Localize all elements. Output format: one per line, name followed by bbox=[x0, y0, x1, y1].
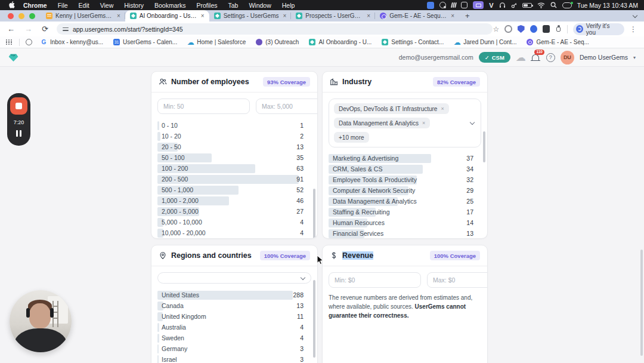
revenue-max-input[interactable] bbox=[427, 272, 488, 288]
list-item[interactable]: 50 - 10035 bbox=[157, 152, 311, 163]
list-item[interactable]: 20,000 - 50,0000 bbox=[157, 238, 311, 239]
list-item[interactable]: Marketing & Advertising37 bbox=[329, 153, 481, 164]
close-window-button[interactable] bbox=[8, 13, 14, 19]
site-settings-icon[interactable] bbox=[63, 27, 69, 32]
globe-bookmark-icon[interactable] bbox=[26, 39, 32, 45]
bookmark-item[interactable]: 31UserGems - Calen... bbox=[113, 39, 177, 45]
help-icon[interactable]: ? bbox=[546, 53, 555, 62]
account-chevron-icon[interactable]: ▾ bbox=[633, 55, 636, 60]
bookmark-item[interactable]: Gem-E - AE - Seq... bbox=[527, 39, 589, 45]
scrollbar-thumb[interactable] bbox=[313, 189, 315, 239]
menubar-clock[interactable]: Tue May 13 10:43 AM bbox=[577, 2, 638, 9]
list-item[interactable]: 100 - 20063 bbox=[157, 163, 311, 174]
forward-button[interactable]: → bbox=[20, 24, 37, 33]
voice-status-icon[interactable] bbox=[439, 2, 446, 8]
list-item[interactable]: Sweden4 bbox=[157, 333, 311, 343]
list-item[interactable]: Staffing & Recruiting17 bbox=[329, 207, 481, 217]
app-status-icon[interactable] bbox=[427, 2, 434, 9]
list-item[interactable]: Computer & Network Security29 bbox=[329, 185, 481, 196]
url-text[interactable]: app.usergems.com/start/?settingId=345 bbox=[73, 26, 183, 33]
browser-tab[interactable]: AI Onboarding - UserGems× bbox=[125, 10, 209, 21]
industry-multiselect[interactable]: DevOps, DevTools & IT Infrastructure×Dat… bbox=[329, 99, 481, 147]
menubar-item[interactable]: History bbox=[119, 2, 149, 9]
list-item[interactable]: Canada13 bbox=[157, 300, 311, 311]
close-tab-icon[interactable]: × bbox=[201, 13, 205, 19]
bookmark-item[interactable]: (3) Outreach bbox=[256, 39, 299, 45]
headphones-status-icon[interactable] bbox=[499, 2, 506, 9]
webcam-bubble[interactable] bbox=[10, 290, 72, 352]
stop-recording-button[interactable] bbox=[10, 97, 27, 115]
list-item[interactable]: Employee Tools & Productivity32 bbox=[329, 174, 481, 185]
wifi-status-icon[interactable] bbox=[537, 2, 545, 9]
scrollbar-thumb[interactable] bbox=[313, 280, 315, 358]
close-tab-icon[interactable]: × bbox=[117, 13, 120, 19]
chevron-down-icon[interactable] bbox=[470, 120, 475, 125]
revenue-min-input[interactable] bbox=[329, 272, 421, 288]
remove-chip-icon[interactable]: × bbox=[422, 120, 425, 126]
address-bar[interactable]: app.usergems.com/start/?settingId=345 bbox=[57, 23, 493, 35]
vanta-status-icon[interactable]: V bbox=[489, 2, 493, 9]
list-item[interactable]: CRM, Sales & CS34 bbox=[329, 164, 481, 174]
menubar-item[interactable]: Chrome bbox=[18, 2, 52, 9]
list-item[interactable]: 200 - 50091 bbox=[157, 174, 311, 184]
bookmark-item[interactable]: AI Onboarding - U... bbox=[309, 39, 371, 45]
list-item[interactable]: 5,000 - 10,0004 bbox=[157, 217, 311, 227]
list-item[interactable]: 2,000 - 5,00027 bbox=[157, 206, 311, 217]
list-item[interactable]: 10,000 - 20,0004 bbox=[157, 227, 311, 238]
employees-max-input[interactable] bbox=[256, 99, 318, 114]
browser-tab[interactable]: Prospects - UserGems× bbox=[291, 10, 375, 21]
menubar-item[interactable]: Tab bbox=[222, 2, 243, 9]
menubar-item[interactable]: Window bbox=[243, 2, 276, 9]
list-item[interactable]: 10 - 202 bbox=[157, 131, 311, 141]
close-tab-icon[interactable]: × bbox=[367, 13, 370, 19]
browser-tab[interactable]: Kenny | UserGems AI Agents× bbox=[41, 10, 125, 21]
notifications-bell-icon[interactable]: 110 bbox=[531, 53, 541, 62]
apps-grid-icon[interactable] bbox=[6, 39, 12, 45]
verify-profile-button[interactable]: Verify it's you bbox=[573, 23, 624, 35]
minimize-window-button[interactable] bbox=[18, 13, 24, 19]
usergems-extension-icon[interactable] bbox=[518, 25, 525, 33]
menubar-item[interactable]: Bookmarks bbox=[149, 2, 191, 9]
bookmark-star-icon[interactable]: ☆ bbox=[493, 25, 499, 33]
pause-recording-button[interactable] bbox=[16, 130, 22, 137]
employees-min-input[interactable] bbox=[157, 99, 250, 114]
salesforce-cloud-icon[interactable]: ☁ bbox=[516, 53, 526, 63]
list-item[interactable]: Australia4 bbox=[157, 322, 311, 333]
menubar-item[interactable]: File bbox=[52, 2, 73, 9]
fullscreen-window-button[interactable] bbox=[29, 13, 35, 19]
extension-icon[interactable] bbox=[530, 25, 537, 33]
list-item[interactable]: 20 - 5013 bbox=[157, 141, 311, 152]
reload-button[interactable]: ⟳ bbox=[37, 24, 53, 33]
user-switch-icon[interactable] bbox=[562, 2, 572, 8]
menubar-item[interactable]: Profiles bbox=[191, 2, 222, 9]
account-name[interactable]: Demo UserGems bbox=[580, 54, 628, 61]
regions-select[interactable] bbox=[157, 272, 311, 284]
close-tab-icon[interactable]: × bbox=[283, 13, 287, 19]
spotlight-search-icon[interactable] bbox=[550, 2, 557, 9]
list-item[interactable]: Human Resources14 bbox=[329, 217, 481, 228]
list-item[interactable]: 1,000 - 2,00046 bbox=[157, 195, 311, 206]
usergems-logo-icon[interactable] bbox=[8, 53, 18, 62]
more-chips-badge[interactable]: +10 more bbox=[334, 132, 369, 143]
extensions-puzzle-icon[interactable] bbox=[555, 26, 562, 33]
battery-status-icon[interactable] bbox=[522, 3, 532, 8]
scrollbar-thumb[interactable] bbox=[483, 131, 485, 162]
bookmark-item[interactable]: Settings - Contact... bbox=[382, 39, 444, 45]
extension-icon[interactable] bbox=[543, 25, 550, 33]
list-item[interactable]: 500 - 1,00052 bbox=[157, 184, 311, 195]
camera-status-icon[interactable] bbox=[461, 2, 467, 8]
list-item[interactable]: Israel3 bbox=[157, 354, 311, 363]
industry-chip[interactable]: Data Management & Analytics× bbox=[334, 118, 430, 128]
industry-chip[interactable]: DevOps, DevTools & IT Infrastructure× bbox=[334, 103, 449, 114]
list-item[interactable]: United States288 bbox=[157, 290, 311, 300]
extension-icon[interactable] bbox=[504, 25, 512, 33]
remove-chip-icon[interactable]: × bbox=[441, 106, 444, 112]
bookmark-item[interactable]: GInbox - kenny@us... bbox=[41, 39, 103, 45]
list-item[interactable]: Germany3 bbox=[157, 343, 311, 354]
bookmark-item[interactable]: ☁Jared Dunn | Cont... bbox=[454, 39, 516, 45]
back-button[interactable]: ← bbox=[0, 24, 20, 33]
list-item[interactable]: Data Management & Analytics25 bbox=[329, 196, 481, 207]
menubar-item[interactable]: Help bbox=[277, 2, 301, 9]
menubar-item[interactable]: View bbox=[95, 2, 119, 9]
tab-search-chevron-icon[interactable] bbox=[633, 9, 644, 21]
